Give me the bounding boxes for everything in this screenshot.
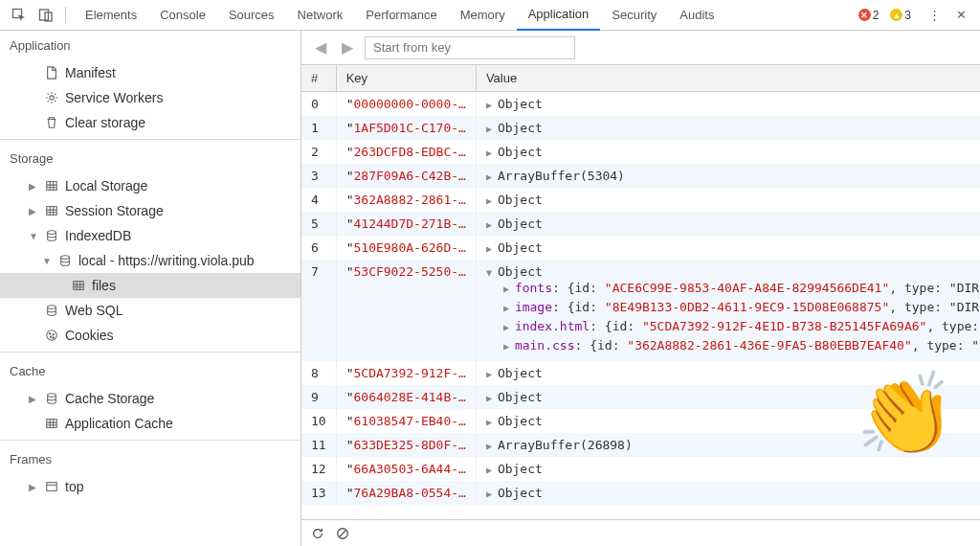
sidebar-item-application-cache[interactable]: Application Cache bbox=[0, 411, 301, 436]
tab-security[interactable]: Security bbox=[600, 0, 668, 31]
twisty-icon: ▼ bbox=[29, 231, 38, 241]
sidebar-item-files[interactable]: files bbox=[0, 273, 301, 298]
search-input[interactable] bbox=[365, 36, 575, 59]
key-cell: "76A29BA8-0554-… bbox=[336, 481, 476, 505]
error-badge[interactable]: ✕ 2 bbox=[858, 9, 880, 22]
table-row[interactable]: 0"00000000-0000-…▶Object bbox=[301, 92, 980, 117]
table-row[interactable]: 5"41244D7D-271B-…▶Object bbox=[301, 212, 980, 236]
table-row[interactable]: 12"66A30503-6A44-…▶Object bbox=[301, 457, 980, 481]
devtools-main-toolbar: ElementsConsoleSourcesNetworkPerformance… bbox=[0, 0, 980, 31]
index-cell: 13 bbox=[301, 481, 336, 505]
error-icon: ✕ bbox=[858, 9, 871, 21]
db-icon bbox=[44, 391, 59, 406]
grid-icon bbox=[71, 278, 86, 293]
inspect-element-icon[interactable] bbox=[8, 4, 31, 27]
index-cell: 5 bbox=[301, 212, 336, 236]
table-row[interactable]: 8"5CDA7392-912F-…▶Object bbox=[301, 361, 980, 385]
tab-memory[interactable]: Memory bbox=[449, 0, 517, 31]
device-toggle-icon[interactable] bbox=[34, 4, 57, 27]
value-cell: ▶Object bbox=[476, 140, 980, 164]
grid-icon bbox=[44, 416, 59, 431]
svg-rect-17 bbox=[47, 483, 57, 491]
key-cell: "263DCFD8-EDBC-… bbox=[336, 140, 476, 164]
sidebar-item-label: Manifest bbox=[65, 65, 116, 80]
index-cell: 4 bbox=[301, 188, 336, 212]
content-toolbar: ◀ ▶ bbox=[301, 31, 980, 65]
sidebar-item-indexeddb[interactable]: ▼IndexedDB bbox=[0, 223, 301, 248]
column-header-index[interactable]: # bbox=[301, 65, 336, 92]
clear-icon[interactable] bbox=[336, 527, 349, 540]
application-sidebar: ApplicationManifestService WorkersClear … bbox=[0, 31, 301, 546]
table-row[interactable]: 6"510E980A-626D-…▶Object bbox=[301, 236, 980, 260]
sidebar-item-label: local - https://writing.viola.pub bbox=[78, 253, 255, 268]
value-cell: ▶Object bbox=[476, 188, 980, 212]
index-cell: 9 bbox=[301, 385, 336, 409]
table-row[interactable]: 10"61038547-EB40-…▶Object bbox=[301, 409, 980, 433]
svg-point-6 bbox=[48, 231, 56, 235]
sidebar-item-web-sql[interactable]: Web SQL bbox=[0, 298, 301, 323]
sidebar-item-clear-storage[interactable]: Clear storage bbox=[0, 110, 301, 135]
tab-console[interactable]: Console bbox=[148, 0, 217, 31]
sidebar-item-service-workers[interactable]: Service Workers bbox=[0, 85, 301, 110]
tabs-container: ElementsConsoleSourcesNetworkPerformance… bbox=[74, 0, 725, 31]
table-row[interactable]: 2"263DCFD8-EDBC-…▶Object bbox=[301, 140, 980, 164]
index-cell: 1 bbox=[301, 116, 336, 140]
tab-sources[interactable]: Sources bbox=[217, 0, 286, 31]
sidebar-item-label: IndexedDB bbox=[65, 228, 131, 243]
sidebar-item-local-storage[interactable]: ▶Local Storage bbox=[0, 173, 301, 198]
key-cell: "362A8882-2861-… bbox=[336, 188, 476, 212]
column-header-key[interactable]: Key bbox=[336, 65, 476, 92]
warning-badge[interactable]: ▲ 3 bbox=[890, 9, 911, 22]
nav-back-icon[interactable]: ◀ bbox=[311, 38, 330, 57]
key-cell: "66A30503-6A44-… bbox=[336, 457, 476, 481]
sidebar-item-cookies[interactable]: Cookies bbox=[0, 323, 301, 348]
index-cell: 6 bbox=[301, 236, 336, 260]
sidebar-section-header: Application bbox=[0, 31, 301, 60]
key-cell: "1AF5D01C-C170-… bbox=[336, 116, 476, 140]
sidebar-item-cache-storage[interactable]: ▶Cache Storage bbox=[0, 386, 301, 411]
tab-application[interactable]: Application bbox=[517, 0, 601, 31]
tab-performance[interactable]: Performance bbox=[354, 0, 448, 31]
table-row[interactable]: 7"53CF9022-5250-…▼Object▶fonts: {id: "AC… bbox=[301, 260, 980, 361]
value-cell: ▶Object bbox=[476, 385, 980, 409]
table-row[interactable]: 4"362A8882-2861-…▶Object bbox=[301, 188, 980, 212]
sidebar-item-label: top bbox=[65, 479, 83, 494]
svg-point-7 bbox=[61, 256, 70, 260]
table-row[interactable]: 11"633DE325-8D0F-…▶ArrayBuffer(26898) bbox=[301, 433, 980, 457]
db-icon bbox=[44, 228, 59, 243]
content-pane: ◀ ▶ #KeyValue 0"00000000-0000-…▶Object1"… bbox=[301, 31, 980, 546]
column-header-value[interactable]: Value bbox=[476, 65, 980, 92]
sidebar-section-header: Cache bbox=[0, 356, 301, 386]
more-icon[interactable]: ⋮ bbox=[923, 4, 946, 27]
tab-elements[interactable]: Elements bbox=[74, 0, 148, 31]
value-cell: ▶Object bbox=[476, 481, 980, 505]
svg-rect-4 bbox=[47, 182, 57, 191]
table-row[interactable]: 1"1AF5D01C-C170-…▶Object bbox=[301, 116, 980, 140]
index-cell: 7 bbox=[301, 260, 336, 361]
document-icon bbox=[44, 65, 59, 80]
value-cell: ▶ArrayBuffer(5304) bbox=[476, 164, 980, 188]
value-cell: ▶Object bbox=[476, 212, 980, 236]
key-cell: "6064028E-414B-… bbox=[336, 385, 476, 409]
db-icon bbox=[57, 253, 73, 268]
svg-rect-8 bbox=[74, 282, 84, 290]
sidebar-item-label: files bbox=[92, 278, 116, 293]
nav-forward-icon[interactable]: ▶ bbox=[338, 38, 357, 57]
refresh-icon[interactable] bbox=[311, 527, 324, 540]
sidebar-item-session-storage[interactable]: ▶Session Storage bbox=[0, 198, 301, 223]
tab-audits[interactable]: Audits bbox=[668, 0, 725, 31]
key-cell: "61038547-EB40-… bbox=[336, 409, 476, 433]
table-row[interactable]: 13"76A29BA8-0554-…▶Object bbox=[301, 481, 980, 505]
twisty-icon: ▼ bbox=[42, 256, 52, 266]
value-cell: ▶Object bbox=[476, 409, 980, 433]
sidebar-item-top[interactable]: ▶top bbox=[0, 474, 301, 499]
table-row[interactable]: 3"287F09A6-C42B-…▶ArrayBuffer(5304) bbox=[301, 164, 980, 188]
close-icon[interactable]: ✕ bbox=[949, 4, 972, 27]
sidebar-item-manifest[interactable]: Manifest bbox=[0, 60, 301, 85]
db-icon bbox=[44, 303, 59, 318]
sidebar-item-local-https-writing-viola-pub[interactable]: ▼local - https://writing.viola.pub bbox=[0, 248, 301, 273]
key-cell: "633DE325-8D0F-… bbox=[336, 433, 476, 457]
tab-network[interactable]: Network bbox=[286, 0, 355, 31]
svg-point-13 bbox=[50, 336, 51, 337]
table-row[interactable]: 9"6064028E-414B-…▶Object bbox=[301, 385, 980, 409]
